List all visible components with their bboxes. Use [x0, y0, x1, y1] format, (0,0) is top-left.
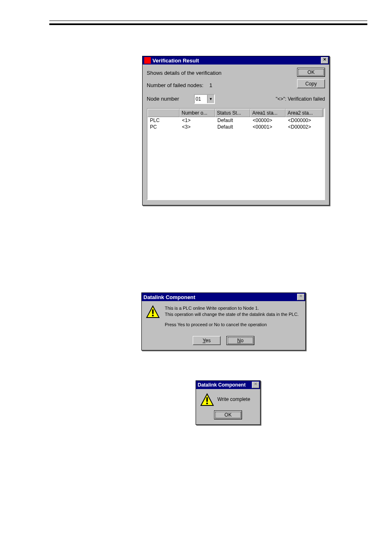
- titlebar[interactable]: Datalink Component ✕: [196, 381, 260, 389]
- col-header[interactable]: Number o...: [180, 109, 215, 117]
- chevron-down-icon[interactable]: ▼: [207, 95, 214, 103]
- listview-header: Number o... Status St... Area1 sta... Ar…: [148, 109, 324, 117]
- cell: PLC: [148, 117, 180, 124]
- app-icon: [144, 57, 151, 64]
- yes-button[interactable]: Yes: [193, 336, 221, 345]
- warning-icon: [146, 305, 160, 319]
- complete-message: Write complete: [217, 396, 250, 402]
- confirm-message: This is a PLC online Write operation to …: [165, 305, 299, 328]
- no-label-rest: o: [241, 338, 244, 343]
- cell: <D00000>: [286, 117, 323, 124]
- ok-button[interactable]: OK: [214, 410, 242, 419]
- no-button[interactable]: No: [226, 336, 254, 345]
- confirm-line2: This operation will change the state of …: [165, 311, 299, 318]
- dialog-title: Datalink Component: [143, 294, 297, 300]
- node-number-label: Node number: [147, 96, 179, 102]
- dialog-title: Verification Result: [152, 58, 321, 64]
- titlebar[interactable]: Verification Result ✕: [143, 56, 329, 64]
- cell: <1>: [180, 117, 215, 124]
- titlebar[interactable]: Datalink Component ✕: [142, 293, 305, 301]
- dialog-title: Datalink Component: [198, 382, 252, 388]
- write-complete-dialog: Datalink Component ✕ Write complete OK: [196, 380, 261, 425]
- close-icon[interactable]: ✕: [252, 382, 259, 388]
- verification-subtitle: Shows details of the verification: [147, 69, 221, 78]
- confirm-dialog: Datalink Component ✕ This is a PLC onlin…: [141, 292, 306, 350]
- cell: <D00002>: [286, 124, 323, 130]
- table-row[interactable]: PC <3> Default <00001> <D00002>: [148, 124, 324, 130]
- col-header[interactable]: Status St...: [215, 109, 250, 117]
- cell: <00001>: [250, 124, 286, 130]
- close-icon[interactable]: ✕: [297, 294, 304, 300]
- ok-button[interactable]: OK: [297, 68, 325, 77]
- svg-point-2: [152, 315, 154, 316]
- svg-rect-1: [152, 309, 154, 314]
- verification-listview: Number o... Status St... Area1 sta... Ar…: [147, 108, 325, 200]
- cell: <00000>: [250, 117, 286, 124]
- col-header[interactable]: Area1 sta...: [250, 109, 286, 117]
- cell: Default: [215, 124, 250, 130]
- col-header[interactable]: [148, 109, 180, 117]
- cell: Default: [215, 117, 250, 124]
- failed-nodes-count: 1: [209, 82, 212, 88]
- verification-result-dialog: Verification Result ✕ Shows details of t…: [142, 56, 330, 205]
- copy-button[interactable]: Copy: [297, 79, 325, 88]
- table-row[interactable]: PLC <1> Default <00000> <D00000>: [148, 117, 324, 124]
- confirm-line1: This is a PLC online Write operation to …: [165, 305, 299, 311]
- cell: <3>: [180, 124, 215, 130]
- svg-point-5: [206, 403, 208, 404]
- node-number-select[interactable]: ▼: [194, 94, 215, 104]
- yes-label-rest: es: [205, 338, 211, 343]
- verification-legend: "<>": Verification failed: [276, 96, 325, 102]
- svg-rect-4: [206, 397, 208, 402]
- confirm-line3: Press Yes to proceed or No to cancel the…: [165, 322, 299, 328]
- node-number-input[interactable]: [195, 95, 207, 103]
- col-header[interactable]: Area2 sta...: [286, 109, 323, 117]
- close-icon[interactable]: ✕: [321, 57, 328, 64]
- failed-nodes-label: Number of failed nodes:: [147, 82, 203, 88]
- warning-icon: [200, 393, 212, 405]
- cell: PC: [148, 124, 180, 130]
